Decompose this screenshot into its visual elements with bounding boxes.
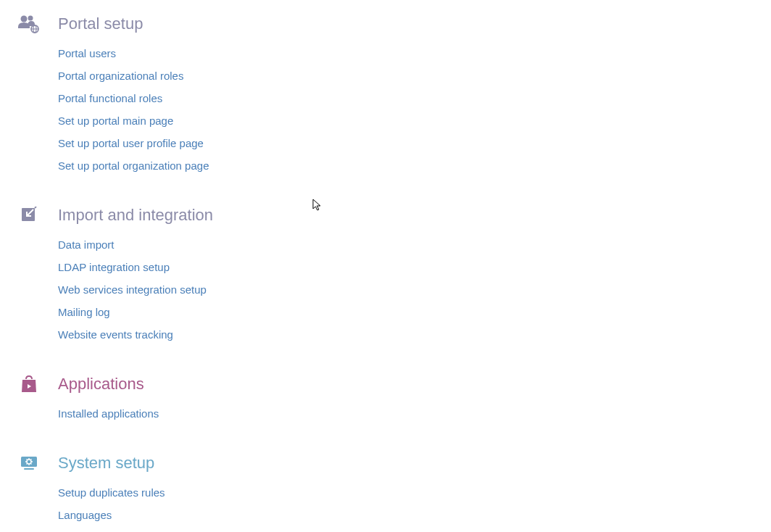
section-title-portal-setup: Portal setup [58,14,143,33]
link-ldap-setup[interactable]: LDAP integration setup [58,256,771,278]
section-header-applications: Applications [0,375,771,394]
links-applications: Installed applications [58,402,771,425]
svg-rect-19 [24,468,34,470]
section-header-portal-setup: Portal setup [0,14,771,33]
shopping-bag-icon [0,375,58,394]
link-website-events[interactable]: Website events tracking [58,323,771,346]
link-mailing-log[interactable]: Mailing log [58,301,771,323]
link-portal-org-roles[interactable]: Portal organizational roles [58,65,771,87]
users-globe-icon [0,14,58,33]
links-system-setup: Setup duplicates rules Languages Transla… [58,481,771,532]
section-system-setup: System setup Setup duplicates rules Lang… [0,454,771,532]
section-title-system-setup: System setup [58,454,154,473]
link-setup-org-page[interactable]: Set up portal organization page [58,154,771,177]
section-applications: Applications Installed applications [0,375,771,425]
link-portal-func-roles[interactable]: Portal functional roles [58,87,771,109]
monitor-gear-icon [0,455,58,471]
svg-line-7 [35,207,36,208]
section-header-system-setup: System setup [0,454,771,473]
svg-point-1 [28,16,33,21]
link-installed-apps[interactable]: Installed applications [58,402,771,425]
link-translation[interactable]: Translation [58,526,771,532]
links-portal-setup: Portal users Portal organizational roles… [58,42,771,177]
import-arrow-icon [0,207,58,224]
link-languages[interactable]: Languages [58,504,771,526]
link-setup-duplicates[interactable]: Setup duplicates rules [58,481,771,504]
svg-point-0 [21,16,28,22]
link-web-services-setup[interactable]: Web services integration setup [58,278,771,301]
section-import-integration: Import and integration Data import LDAP … [0,206,771,346]
link-portal-users[interactable]: Portal users [58,42,771,65]
link-setup-main-page[interactable]: Set up portal main page [58,109,771,132]
links-import-integration: Data import LDAP integration setup Web s… [58,233,771,346]
section-portal-setup: Portal setup Portal users Portal organiz… [0,14,771,177]
link-setup-user-profile[interactable]: Set up portal user profile page [58,132,771,154]
link-data-import[interactable]: Data import [58,233,771,256]
section-header-import-integration: Import and integration [0,206,771,225]
section-title-import-integration: Import and integration [58,206,213,225]
section-title-applications: Applications [58,375,144,394]
